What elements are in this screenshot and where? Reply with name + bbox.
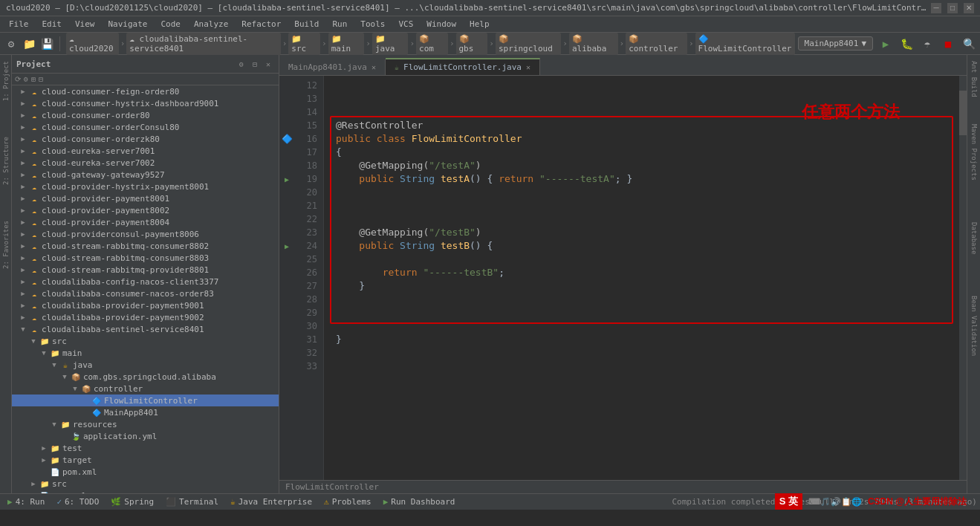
favorites-panel-label[interactable]: 2: Favorites bbox=[1, 218, 10, 272]
tree-item-resources[interactable]: ▼ 📁 resources bbox=[12, 418, 279, 430]
tree-item-orderconsul[interactable]: ▶ ☁ cloud-consumer-orderConsul80 bbox=[12, 121, 279, 133]
breadcrumb-controller[interactable]: 📦 controller bbox=[626, 33, 687, 55]
structure-panel-label[interactable]: 2: Structure bbox=[1, 134, 10, 188]
gear-btn[interactable]: ⚙ bbox=[24, 75, 28, 83]
tree-item-eureka7001[interactable]: ▶ ☁ cloud-eureka-server7001 bbox=[12, 145, 279, 157]
breadcrumb-gbs[interactable]: 📦 gbs bbox=[456, 33, 488, 55]
menu-build[interactable]: Build bbox=[288, 18, 325, 30]
tree-item-nacos-order[interactable]: ▶ ☁ cloudalibaba-consumer-nacos-order83 bbox=[12, 288, 279, 299]
minimize-button[interactable]: ─ bbox=[931, 3, 941, 13]
scrollbar-thumb[interactable] bbox=[959, 91, 967, 135]
breadcrumb-alibaba[interactable]: 📦 alibaba bbox=[569, 33, 618, 55]
menu-code[interactable]: Code bbox=[155, 18, 186, 30]
tab-mainapp-close[interactable]: ✕ bbox=[371, 63, 376, 71]
java-enterprise-btn[interactable]: ☕ Java Enterprise bbox=[226, 496, 317, 508]
maximize-button[interactable]: □ bbox=[947, 3, 958, 13]
tree-item-consumer-feign[interactable]: ▶ ☁ cloud-consumer-feign-order80 bbox=[12, 85, 279, 97]
code-content[interactable]: 任意两个方法 @RestController public class Flow… bbox=[324, 76, 959, 480]
database-label[interactable]: Database bbox=[970, 219, 979, 257]
editor-scrollbar[interactable] bbox=[959, 76, 967, 480]
tree-item-sentinel[interactable]: ▼ ☁ cloudalibaba-sentinel-service8401 bbox=[12, 323, 279, 335]
tree-item-controller-package[interactable]: ▼ 📦 controller bbox=[12, 383, 279, 394]
tree-item-providerconsul[interactable]: ▶ ☁ cloud-providerconsul-payment8006 bbox=[12, 228, 279, 240]
tree-item-java[interactable]: ▼ ☕ java bbox=[12, 359, 279, 371]
run-panel-btn[interactable]: ▶ 4: Run bbox=[3, 496, 49, 508]
tree-item-pom-root[interactable]: 📄 pom.xml bbox=[12, 490, 279, 493]
coverage-button[interactable]: ☂ bbox=[919, 36, 935, 52]
problems-btn[interactable]: ⚠ Problems bbox=[319, 496, 376, 508]
collapse-btn[interactable]: ⊟ bbox=[39, 75, 43, 83]
run-button[interactable]: ▶ bbox=[877, 36, 894, 52]
breadcrumb-src[interactable]: 📁 src bbox=[288, 33, 320, 55]
menu-window[interactable]: Window bbox=[421, 18, 462, 30]
tab-mainapp[interactable]: MainApp8401.java ✕ bbox=[279, 59, 386, 75]
tree-item-test[interactable]: ▶ 📁 test bbox=[12, 442, 279, 454]
toolbar-search-btn[interactable]: 🔍 bbox=[961, 36, 977, 52]
tree-item-flowlimit-controller[interactable]: 🔷 FlowLimitController bbox=[12, 394, 279, 406]
tree-item-payment8002[interactable]: ▶ ☁ cloud-provider-payment8002 bbox=[12, 204, 279, 216]
close-button[interactable]: ✕ bbox=[964, 3, 974, 13]
breadcrumb-module[interactable]: ☁ cloudalibaba-sentinel-service8401 bbox=[126, 33, 280, 55]
breadcrumb-class[interactable]: 🔷 FlowLimitController bbox=[695, 33, 795, 55]
terminal-panel-btn[interactable]: ⬛ Terminal bbox=[161, 496, 223, 508]
tree-item-pom-module[interactable]: 📄 pom.xml bbox=[12, 466, 279, 478]
ant-build-label[interactable]: Ant Build bbox=[970, 58, 979, 100]
menu-run[interactable]: Run bbox=[326, 18, 353, 30]
bean-validation-label[interactable]: Bean Validation bbox=[970, 293, 979, 359]
tree-item-src2[interactable]: ▶ 📁 src bbox=[12, 478, 279, 490]
tree-item-rabbitmq8802[interactable]: ▶ ☁ cloud-stream-rabbitmq-consumer8802 bbox=[12, 240, 279, 252]
breadcrumb-com[interactable]: 📦 com bbox=[416, 33, 448, 55]
tree-item-payment8001[interactable]: ▶ ☁ cloud-provider-payment8001 bbox=[12, 192, 279, 204]
menu-help[interactable]: Help bbox=[464, 18, 496, 30]
tree-item-alibaba-payment9001[interactable]: ▶ ☁ cloudalibaba-provider-payment9001 bbox=[12, 299, 279, 311]
tree-item-alibaba-payment9002[interactable]: ▶ ☁ cloudalibaba-provider-payment9002 bbox=[12, 311, 279, 323]
breadcrumb-main[interactable]: 📁 main bbox=[328, 33, 365, 55]
tree-item-src[interactable]: ▼ 📁 src bbox=[12, 335, 279, 347]
toolbar-btn-1[interactable]: ⚙ bbox=[3, 36, 19, 52]
tree-item-mainapp[interactable]: 🔷 MainApp8401 bbox=[12, 406, 279, 418]
tab-flowlimit-close[interactable]: ✕ bbox=[526, 63, 530, 71]
tree-item-hystrix-payment[interactable]: ▶ ☁ cloud-provider-hystrix-payment8001 bbox=[12, 181, 279, 192]
tree-item-package[interactable]: ▼ 📦 com.gbs.springcloud.alibaba bbox=[12, 371, 279, 383]
run-config-selector[interactable]: MainApp8401 ▼ bbox=[798, 36, 873, 51]
code-editor[interactable]: 🔷 ▶ ▶ bbox=[279, 76, 967, 480]
tree-item-rabbitmq8801[interactable]: ▶ ☁ cloud-stream-rabbitmq-provider8801 bbox=[12, 264, 279, 276]
sidebar-close-btn[interactable]: ✕ bbox=[262, 58, 274, 70]
project-panel-label[interactable]: 1: Project bbox=[1, 58, 10, 104]
tree-item-application-yml[interactable]: 🍃 application.yml bbox=[12, 430, 279, 442]
sidebar-settings-btn[interactable]: ⚙ bbox=[236, 58, 247, 70]
sync-btn[interactable]: ⟳ bbox=[15, 75, 21, 83]
tree-item-gateway[interactable]: ▶ ☁ cloud-gateway-gateway9527 bbox=[12, 169, 279, 181]
sidebar-collapse-btn[interactable]: ⊟ bbox=[249, 58, 261, 70]
menu-view[interactable]: View bbox=[69, 18, 101, 30]
toolbar-btn-3[interactable]: 💾 bbox=[39, 36, 55, 52]
breadcrumb-springcloud[interactable]: 📦 springcloud bbox=[496, 33, 561, 55]
spring-panel-btn[interactable]: 🌿 Spring bbox=[106, 496, 158, 508]
run-dashboard-btn[interactable]: ▶ Run Dashboard bbox=[379, 496, 460, 508]
maven-label[interactable]: Maven Projects bbox=[970, 121, 979, 184]
breadcrumb-java[interactable]: 📁 java bbox=[372, 33, 409, 55]
tree-item-eureka7002[interactable]: ▶ ☁ cloud-eureka-server7002 bbox=[12, 157, 279, 169]
tree-item-order80[interactable]: ▶ ☁ cloud-consumer-order80 bbox=[12, 109, 279, 121]
tree-item-rabbitmq8803[interactable]: ▶ ☁ cloud-stream-rabbitmq-consumer8803 bbox=[12, 252, 279, 264]
project-tree[interactable]: ▶ ☁ cloud-consumer-feign-order80 ▶ ☁ clo… bbox=[12, 85, 279, 493]
debug-button[interactable]: 🐛 bbox=[898, 36, 915, 52]
stop-button[interactable]: ■ bbox=[940, 36, 956, 52]
tree-item-hystrix-dashboard[interactable]: ▶ ☁ cloud-consumer-hystrix-dashboard9001 bbox=[12, 97, 279, 109]
tree-item-main[interactable]: ▼ 📁 main bbox=[12, 347, 279, 359]
tree-item-nacos-client[interactable]: ▶ ☁ cloudalibaba-config-nacos-client3377 bbox=[12, 276, 279, 288]
tab-flowlimit[interactable]: ☕ FlowLimitController.java ✕ bbox=[386, 58, 540, 75]
todo-panel-btn[interactable]: ✓ 6: TODO bbox=[52, 496, 103, 508]
tree-item-orderzk[interactable]: ▶ ☁ cloud-consumer-orderzk80 bbox=[12, 133, 279, 145]
tree-item-target[interactable]: ▶ 📁 target bbox=[12, 454, 279, 466]
menu-analyze[interactable]: Analyze bbox=[188, 18, 234, 30]
menu-navigate[interactable]: Navigate bbox=[103, 18, 154, 30]
breadcrumb-project[interactable]: ☁ cloud2020 bbox=[66, 33, 119, 55]
menu-vcs[interactable]: VCS bbox=[392, 18, 419, 30]
toolbar-btn-2[interactable]: 📁 bbox=[21, 36, 37, 52]
menu-refactor[interactable]: Refactor bbox=[236, 18, 287, 30]
expand-btn[interactable]: ⊞ bbox=[31, 75, 36, 83]
menu-edit[interactable]: Edit bbox=[36, 18, 68, 30]
menu-tools[interactable]: Tools bbox=[354, 18, 391, 30]
menu-file[interactable]: File bbox=[3, 18, 35, 30]
